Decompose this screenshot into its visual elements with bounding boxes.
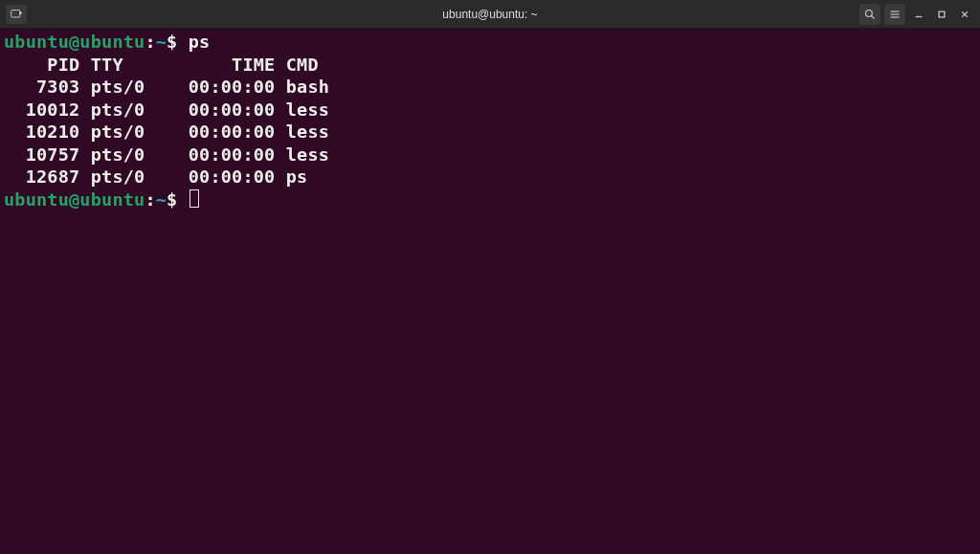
- close-button[interactable]: [955, 4, 974, 25]
- prompt-separator: :: [145, 189, 155, 210]
- prompt-separator: :: [145, 32, 155, 52]
- svg-rect-0: [11, 10, 20, 17]
- window-titlebar: ubuntu@ubuntu: ~: [0, 0, 980, 29]
- svg-line-4: [872, 15, 875, 18]
- prompt-path: ~: [156, 189, 167, 210]
- titlebar-right: [859, 4, 974, 25]
- prompt-symbol: $: [167, 189, 177, 210]
- prompt-path: ~: [156, 32, 167, 52]
- prompt-user-host: ubuntu@ubuntu: [4, 32, 145, 52]
- output-row: 12687 pts/0 00:00:00 ps: [4, 166, 307, 187]
- output-row: 10757 pts/0 00:00:00 less: [4, 144, 329, 165]
- titlebar-left: [6, 5, 27, 24]
- svg-rect-9: [939, 11, 945, 17]
- hamburger-icon: [889, 9, 901, 20]
- window-title: ubuntu@ubuntu: ~: [442, 8, 537, 21]
- maximize-button[interactable]: [932, 4, 951, 25]
- prompt-line-2: ubuntu@ubuntu:~$: [4, 189, 199, 210]
- minimize-icon: [914, 10, 924, 19]
- maximize-icon: [937, 10, 947, 19]
- close-icon: [960, 10, 969, 19]
- command-text: ps: [189, 32, 211, 52]
- minimize-button[interactable]: [909, 4, 928, 25]
- cursor: [189, 189, 199, 208]
- output-row: 10012 pts/0 00:00:00 less: [4, 100, 329, 120]
- menu-button[interactable]: [884, 4, 905, 25]
- output-header: PID TTY TIME CMD: [4, 55, 319, 75]
- output-row: 10210 pts/0 00:00:00 less: [4, 122, 329, 142]
- prompt-symbol: $: [167, 32, 177, 52]
- prompt-line-1: ubuntu@ubuntu:~$ ps: [4, 32, 210, 52]
- search-button[interactable]: [859, 4, 880, 25]
- svg-point-3: [866, 10, 873, 16]
- terminal-content[interactable]: ubuntu@ubuntu:~$ ps PID TTY TIME CMD 730…: [0, 29, 980, 212]
- new-tab-button[interactable]: [6, 5, 27, 24]
- search-icon: [864, 9, 876, 20]
- prompt-user-host: ubuntu@ubuntu: [4, 189, 145, 210]
- output-row: 7303 pts/0 00:00:00 bash: [4, 77, 329, 97]
- terminal-plus-icon: [11, 9, 22, 20]
